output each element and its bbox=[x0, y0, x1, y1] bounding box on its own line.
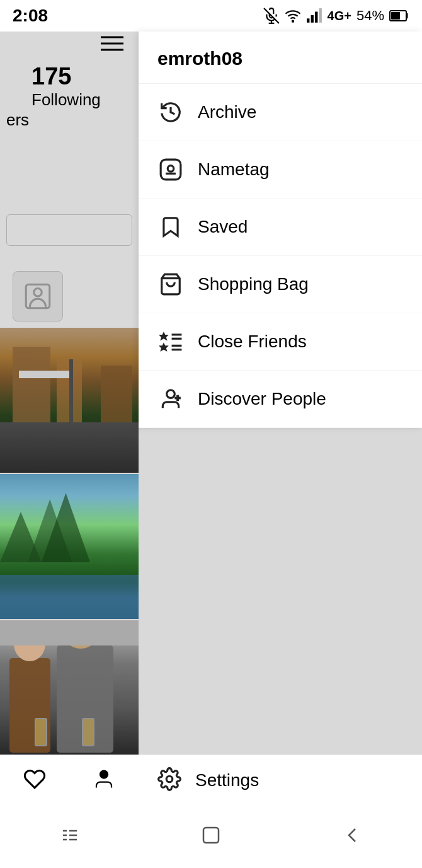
android-back-button[interactable] bbox=[336, 819, 368, 854]
svg-rect-5 bbox=[311, 15, 313, 23]
battery-percent: 54% bbox=[356, 8, 384, 24]
svg-rect-9 bbox=[391, 12, 400, 20]
menu-item-archive[interactable]: Archive bbox=[139, 84, 422, 141]
android-home-button[interactable] bbox=[194, 818, 228, 855]
nametag-icon bbox=[157, 156, 184, 183]
menu-item-close-friends[interactable]: Close Friends bbox=[139, 313, 422, 371]
svg-rect-7 bbox=[319, 8, 321, 23]
discover-people-label: Discover People bbox=[198, 389, 326, 409]
menu-item-saved[interactable]: Saved bbox=[139, 199, 422, 256]
discover-people-icon bbox=[157, 386, 184, 412]
signal-icon bbox=[306, 8, 322, 24]
menu-item-shopping-bag[interactable]: Shopping Bag bbox=[139, 256, 422, 313]
nametag-label: Nametag bbox=[198, 159, 270, 180]
svg-rect-15 bbox=[161, 159, 181, 180]
settings-label: Settings bbox=[195, 770, 259, 790]
svg-marker-19 bbox=[159, 332, 169, 340]
svg-rect-36 bbox=[203, 828, 219, 843]
heart-button[interactable] bbox=[23, 768, 46, 793]
menu-username: emroth08 bbox=[139, 32, 422, 84]
svg-point-25 bbox=[167, 390, 175, 398]
profile-button[interactable] bbox=[93, 768, 115, 793]
svg-marker-20 bbox=[159, 343, 169, 352]
status-icons: 4G+ 54% bbox=[263, 8, 409, 24]
settings-icon bbox=[157, 767, 181, 794]
svg-rect-4 bbox=[307, 18, 309, 23]
shopping-bag-icon bbox=[157, 271, 184, 298]
battery-icon bbox=[389, 9, 409, 22]
svg-point-28 bbox=[166, 776, 173, 782]
android-menu-button[interactable] bbox=[54, 819, 86, 854]
svg-point-29 bbox=[100, 770, 108, 778]
menu-item-nametag[interactable]: Nametag bbox=[139, 141, 422, 199]
saved-icon bbox=[157, 214, 184, 240]
mute-icon bbox=[263, 8, 280, 24]
archive-icon bbox=[157, 99, 184, 125]
menu-panel: emroth08 Archive Nametag Saved bbox=[139, 32, 422, 428]
status-bar: 2:08 4G+ 54% bbox=[0, 0, 422, 32]
status-time: 2:08 bbox=[13, 6, 48, 26]
svg-point-16 bbox=[168, 166, 174, 172]
svg-rect-6 bbox=[315, 12, 317, 23]
menu-item-discover-people[interactable]: Discover People bbox=[139, 371, 422, 428]
close-friends-icon bbox=[157, 328, 184, 355]
android-nav-bar bbox=[0, 805, 422, 868]
archive-label: Archive bbox=[198, 102, 256, 122]
settings-item[interactable]: Settings bbox=[139, 755, 422, 805]
close-friends-label: Close Friends bbox=[198, 332, 307, 352]
wifi-icon bbox=[285, 8, 301, 24]
svg-point-3 bbox=[292, 21, 294, 22]
network-type: 4G+ bbox=[328, 9, 351, 23]
saved-label: Saved bbox=[198, 217, 248, 237]
shopping-bag-label: Shopping Bag bbox=[198, 274, 309, 294]
